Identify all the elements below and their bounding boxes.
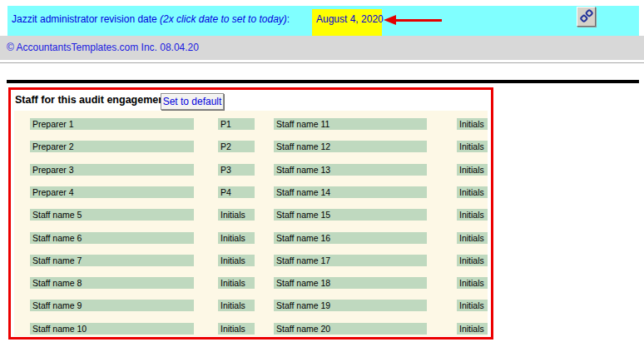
staff-name-field[interactable]: Staff name 16: [274, 232, 427, 244]
horizontal-divider: [0, 62, 644, 64]
staff-row: Staff name 7 Initials Staff name 17 Init…: [11, 255, 491, 266]
copyright-band: © AccountantsTemplates.com Inc. 08.04.20: [0, 36, 644, 60]
staff-name-field[interactable]: Staff name 5: [30, 209, 194, 221]
jazzit-admin-page: Jazzit administrator revision date (2x c…: [0, 0, 644, 347]
initials-field[interactable]: Initials: [457, 209, 488, 221]
red-arrow-left-icon: [384, 15, 443, 26]
initials-field[interactable]: P1: [218, 118, 255, 130]
initials-field[interactable]: P2: [218, 141, 255, 152]
initials-field[interactable]: Initials: [218, 323, 255, 335]
staff-name-field[interactable]: Preparer 4: [30, 186, 194, 198]
initials-field[interactable]: Initials: [457, 186, 488, 198]
staff-name-field[interactable]: Staff name 6: [30, 232, 194, 244]
initials-field[interactable]: Initials: [457, 277, 488, 289]
revision-date-label-prefix: Jazzit administrator revision date: [12, 13, 160, 25]
initials-field[interactable]: Initials: [457, 118, 488, 130]
jump-link-button[interactable]: [577, 7, 596, 27]
staff-name-field[interactable]: Preparer 3: [30, 164, 194, 176]
staff-row: Preparer 2 P2 Staff name 12 Initials: [11, 141, 491, 152]
initials-field[interactable]: P3: [218, 164, 255, 176]
staff-name-field[interactable]: Preparer 2: [30, 141, 194, 152]
staff-row: Staff name 9 Initials Staff name 19 Init…: [11, 300, 491, 311]
initials-field[interactable]: P4: [218, 186, 255, 198]
staff-name-field[interactable]: Staff name 15: [274, 209, 427, 221]
staff-engagement-box: Staff for this audit engagement Set to d…: [8, 87, 493, 340]
staff-row: Staff name 5 Initials Staff name 15 Init…: [11, 209, 491, 221]
initials-field[interactable]: Initials: [218, 255, 255, 266]
set-to-default-button[interactable]: Set to default: [161, 93, 224, 110]
initials-field[interactable]: Initials: [218, 232, 255, 244]
staff-name-field[interactable]: Staff name 9: [30, 300, 194, 311]
revision-date-colon: :: [287, 13, 290, 25]
staff-name-field[interactable]: Staff name 17: [274, 255, 427, 266]
staff-row: Preparer 3 P3 Staff name 13 Initials: [11, 164, 491, 176]
initials-field[interactable]: Initials: [218, 300, 255, 311]
initials-field[interactable]: Initials: [457, 323, 488, 335]
initials-field[interactable]: Initials: [218, 277, 255, 289]
revision-date-label: Jazzit administrator revision date (2x c…: [12, 13, 290, 25]
initials-field[interactable]: Initials: [457, 232, 488, 244]
staff-row: Staff name 8 Initials Staff name 18 Init…: [11, 277, 491, 289]
initials-field[interactable]: Initials: [457, 255, 488, 266]
staff-name-field[interactable]: Staff name 10: [30, 323, 194, 335]
staff-row: Preparer 4 P4 Staff name 14 Initials: [11, 186, 491, 198]
staff-section-title: Staff for this audit engagement: [15, 94, 168, 106]
staff-row: Staff name 6 Initials Staff name 16 Init…: [11, 232, 491, 244]
admin-revision-banner: Jazzit administrator revision date (2x c…: [7, 6, 639, 36]
revision-date-value[interactable]: August 4, 2020: [312, 9, 382, 36]
staff-name-field[interactable]: Staff name 19: [274, 300, 427, 311]
staff-name-field[interactable]: Staff name 8: [30, 277, 194, 289]
staff-name-field[interactable]: Staff name 14: [274, 186, 427, 198]
arrow-shaft: [394, 19, 442, 22]
initials-field[interactable]: Initials: [457, 300, 488, 311]
staff-name-field[interactable]: Staff name 13: [274, 164, 427, 176]
initials-field[interactable]: Initials: [457, 141, 488, 152]
section-rule: [7, 80, 639, 83]
staff-name-field[interactable]: Staff name 20: [274, 323, 427, 335]
staff-name-field[interactable]: Staff name 11: [274, 118, 427, 130]
staff-row: Staff name 10 Initials Staff name 20 Ini…: [11, 323, 491, 335]
staff-name-field[interactable]: Preparer 1: [30, 118, 194, 130]
staff-name-field[interactable]: Staff name 18: [274, 277, 427, 289]
initials-field[interactable]: Initials: [457, 164, 488, 176]
chain-link-icon: [580, 9, 593, 25]
staff-name-field[interactable]: Staff name 12: [274, 141, 427, 152]
revision-date-hint: (2x click date to set to today): [160, 13, 287, 25]
initials-field[interactable]: Initials: [218, 209, 255, 221]
staff-name-field[interactable]: Staff name 7: [30, 255, 194, 266]
copyright-text: © AccountantsTemplates.com Inc. 08.04.20: [7, 42, 199, 53]
staff-row: Preparer 1 P1 Staff name 11 Initials: [11, 118, 491, 130]
